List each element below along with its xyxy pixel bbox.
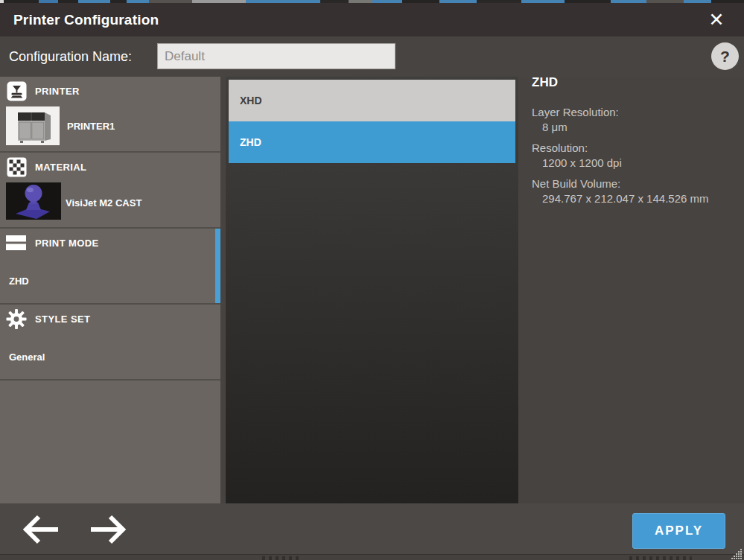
printer-configuration-dialog: Printer Configuration ✕ Configuration Na… [0, 0, 744, 560]
sidebar-section-printer[interactable]: PRINTER PRINTER1 [0, 77, 220, 153]
section-header: PRINT MODE [6, 231, 99, 255]
section-header: MATERIAL [6, 155, 86, 179]
forward-arrow-button[interactable] [88, 513, 130, 546]
section-title: PRINTER [35, 86, 80, 97]
background-text-fragment [262, 556, 299, 560]
detail-label: Resolution: [532, 141, 742, 156]
mode-row-zhd[interactable]: ZHD [229, 121, 515, 163]
section-title: MATERIAL [35, 162, 86, 173]
configuration-name-label: Configuration Name: [9, 36, 132, 77]
section-title: PRINT MODE [35, 238, 99, 249]
sidebar-section-material[interactable]: MATERIAL VisiJet M2 CAST [0, 153, 220, 229]
style-set-icon [6, 308, 27, 329]
print-mode-icon [6, 232, 27, 253]
material-item-label: VisiJet M2 CAST [66, 197, 142, 209]
print-mode-list: XHD ZHD [226, 77, 518, 503]
background-app-edge-bottom [0, 554, 744, 560]
back-arrow-button[interactable] [19, 513, 61, 546]
sidebar-section-style-set[interactable]: STYLE SET General [0, 305, 220, 381]
close-icon[interactable]: ✕ [705, 7, 728, 32]
sidebar-section-print-mode[interactable]: PRINT MODE ZHD [0, 229, 220, 305]
printer-icon [6, 80, 27, 101]
configuration-name-row: Configuration Name: ? [0, 36, 744, 77]
resize-grip-icon[interactable] [731, 548, 743, 560]
category-sidebar: PRINTER PRINTER1 [0, 77, 220, 503]
detail-label: Net Build Volume: [532, 176, 742, 191]
detail-value: 294.767 x 212.047 x 144.526 mm [532, 191, 742, 206]
mode-row-label: XHD [240, 95, 262, 106]
help-button[interactable]: ? [711, 42, 739, 70]
style-set-item-label: General [9, 351, 45, 363]
printer-item-label: PRINTER1 [67, 121, 115, 132]
mode-row-xhd[interactable]: XHD [229, 80, 515, 121]
detail-value: 8 μm [532, 120, 742, 135]
material-thumbnail [6, 182, 61, 220]
mode-row-label: ZHD [240, 136, 261, 148]
detail-value: 1200 x 1200 dpi [532, 156, 742, 171]
background-text-fragment [629, 556, 692, 560]
configuration-name-input[interactable] [157, 43, 395, 69]
print-mode-item-label: ZHD [9, 276, 29, 287]
section-header: STYLE SET [6, 307, 90, 331]
detail-label: Layer Resolution: [532, 105, 742, 120]
printer-thumbnail [6, 106, 60, 145]
footer-bar: APPLY [0, 503, 744, 554]
mode-details-pane: ZHD Layer Resolution: 8 μm Resolution: 1… [532, 75, 742, 212]
material-icon [6, 156, 27, 177]
section-header: PRINTER [6, 79, 80, 103]
title-bar: Printer Configuration ✕ [0, 3, 744, 36]
dialog-title: Printer Configuration [13, 3, 159, 36]
selected-section-indicator [215, 229, 220, 303]
details-title: ZHD [532, 75, 742, 90]
section-title: STYLE SET [35, 314, 90, 325]
apply-button[interactable]: APPLY [632, 513, 725, 549]
